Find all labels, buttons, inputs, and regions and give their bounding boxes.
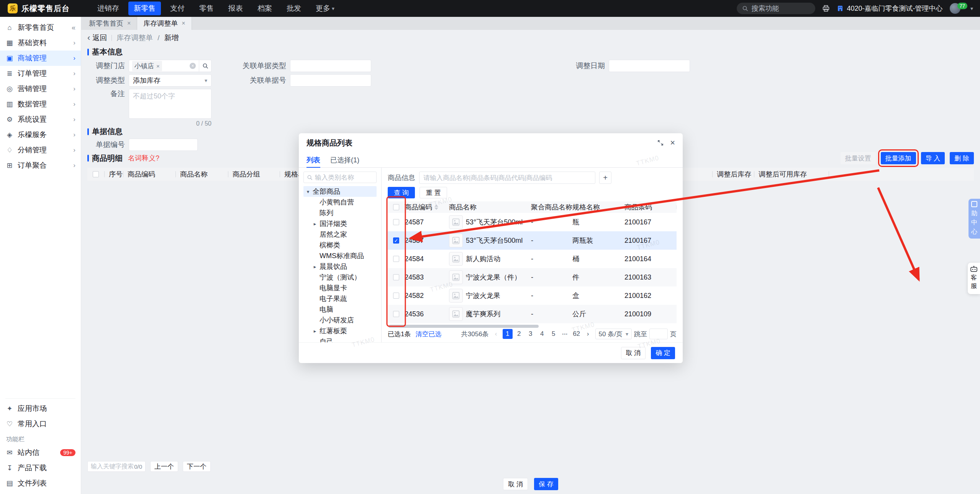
related-no-input[interactable] [290,74,371,87]
clear-selection-link[interactable]: 清空已选 [415,330,441,339]
page-button[interactable]: 5 [549,329,559,339]
caret-right-icon[interactable]: ▸ [312,221,318,227]
import-button[interactable]: 导 入 [921,152,945,164]
save-button[interactable]: 保 存 [534,478,558,490]
product-search-input[interactable]: 请输入商品名称|商品条码|商品代码|商品编码 [419,172,595,184]
modal-confirm-button[interactable]: 确 定 [651,347,675,359]
table-row[interactable]: 24536魔芋爽系列-公斤2100109 [388,305,677,323]
doc-no-input[interactable] [129,139,198,151]
sidebar-secondary-item-0[interactable]: ✦应用市场 [0,401,81,416]
tree-item-6[interactable]: WMS标准商品 [303,250,377,261]
sidebar-item-7[interactable]: ◈乐檬服务› [0,127,81,142]
next-page-icon[interactable]: › [583,329,593,339]
tree-item-9[interactable]: 电脑显卡 [303,283,377,293]
tree-item-7[interactable]: ▸晨晨饮品 [303,261,377,272]
top-menu-item-6[interactable]: 批发 [281,2,306,15]
prev-page-icon[interactable]: ‹ [491,329,501,339]
next-button[interactable]: 下一个 [183,461,211,472]
sidebar-function-item-2[interactable]: ▤文件列表 [0,476,81,491]
tree-item-1[interactable]: 小黄鸭自营 [303,197,377,208]
sidebar-item-5[interactable]: ▥数据管理› [0,97,81,112]
top-menu-item-2[interactable]: 支付 [165,2,190,15]
query-button[interactable]: 查 询 [388,187,415,198]
sidebar-function-item-1[interactable]: ↧产品下载 [0,460,81,476]
page-button[interactable]: 2 [514,329,524,339]
tree-item-8[interactable]: 宁波（测试） [303,272,377,283]
sort-icon[interactable] [434,204,438,210]
page-button[interactable]: 62 [572,329,582,339]
caret-right-icon[interactable]: ▸ [312,264,318,270]
add-condition-button[interactable]: + [599,172,611,184]
table-row[interactable]: 2458753°飞天茅台500ml-瓶2100167 [388,213,677,231]
store-search-icon[interactable] [199,60,211,72]
tree-item-3[interactable]: ▸国洋烟类 [303,218,377,229]
tab-close-icon[interactable]: × [182,20,185,27]
category-search-input[interactable]: 输入类别名称 [303,172,377,183]
expand-icon[interactable] [657,139,664,146]
tree-item-11[interactable]: 电脑 [303,304,377,315]
row-checkbox[interactable] [393,311,399,317]
store-input[interactable]: 小镇店 × × [129,60,199,72]
top-menu-item-7[interactable]: 更多▾ [310,2,340,15]
sidebar-item-2[interactable]: ▣商城管理› [0,51,81,66]
breadcrumb-parent[interactable]: 库存调整单 [116,33,153,43]
top-menu-item-0[interactable]: 进销存 [92,2,125,15]
keyword-search-input[interactable]: 输入关键字搜索 0/0 [87,461,146,472]
batch-add-button[interactable]: 批量添加 [881,152,916,164]
adjust-date-input[interactable] [609,60,690,72]
more-pages-icon[interactable]: ••• [560,329,570,339]
delete-button[interactable]: 删 除 [950,152,974,164]
clear-icon[interactable]: × [190,63,196,69]
tree-item-10[interactable]: 电子果蔬 [303,293,377,304]
tab-close-icon[interactable]: × [127,20,131,27]
customer-service-widget[interactable]: 客服 [968,263,980,294]
printer-icon[interactable] [822,5,830,12]
row-checkbox[interactable] [393,219,399,225]
row-checkbox[interactable] [393,256,399,262]
sidebar-item-3[interactable]: ≣订单管理› [0,66,81,81]
sidebar-item-8[interactable]: ♢分销管理› [0,142,81,158]
select-all-checkbox[interactable] [93,171,99,177]
tree-item-0[interactable]: ▾全部商品 [303,186,377,197]
prev-button[interactable]: 上一个 [150,461,178,472]
sidebar-item-4[interactable]: ◎营销管理› [0,81,81,97]
tree-item-4[interactable]: 居然之家 [303,229,377,240]
back-button[interactable]: ‹ 返回 [87,33,107,43]
batch-set-button[interactable]: 批量设置 [841,152,876,164]
tag-close-icon[interactable]: × [156,63,160,69]
table-row[interactable]: 24584新人购活动-桶2100164 [388,250,677,268]
glossary-link[interactable]: 名词释义? [128,154,159,163]
sidebar-secondary-item-1[interactable]: ♡常用入口 [0,416,81,432]
table-row[interactable]: ✓2458753°飞天茅台500ml-两瓶装2100167 [388,231,677,250]
page-size-select[interactable]: 50 条/页 ▾ [595,329,632,339]
page-button[interactable]: 4 [537,329,547,339]
row-checkbox[interactable]: ✓ [393,237,399,244]
horizontal-scrollbar[interactable] [388,325,677,328]
sidebar-item-1[interactable]: ▦基础资料› [0,35,81,51]
sidebar-item-0[interactable]: ⌂新零售首页« [0,20,81,35]
top-menu-item-4[interactable]: 报表 [223,2,248,15]
close-icon[interactable]: × [670,139,675,147]
jump-page-input[interactable] [649,329,668,339]
page-button[interactable]: 3 [526,329,536,339]
caret-down-icon[interactable]: ▾ [305,189,311,195]
help-center-widget[interactable]: 助中心 [969,199,980,239]
modal-cancel-button[interactable]: 取 消 [621,347,646,359]
tenant-switcher[interactable]: 4020-嘉临门零食测试-管理中心 [837,4,942,13]
row-checkbox[interactable] [393,274,399,280]
cancel-button[interactable]: 取 消 [503,478,528,490]
sidebar-item-9[interactable]: ⊞订单聚合› [0,158,81,173]
reset-button[interactable]: 重 置 [420,187,447,198]
top-menu-item-1[interactable]: 新零售 [128,2,161,15]
table-row[interactable]: 24583宁波火龙果（件）-件2100163 [388,268,677,286]
adjust-type-select[interactable]: 添加库存 ▾ [129,74,211,87]
table-row[interactable]: 24582宁波火龙果-盒2100162 [388,286,677,305]
app-logo[interactable]: 乐 乐檬零售后台 [0,3,77,14]
page-button[interactable]: 1 [503,329,513,339]
user-menu[interactable]: 77 ▾ [950,3,973,14]
tab-1[interactable]: 库存调整单× [137,17,192,30]
global-search-input[interactable]: 搜索功能 [737,3,815,14]
tab-selected[interactable]: 已选择(1) [330,152,359,167]
select-all-checkbox[interactable] [393,204,399,210]
tree-item-13[interactable]: ▸红薯板栗 [303,326,377,336]
